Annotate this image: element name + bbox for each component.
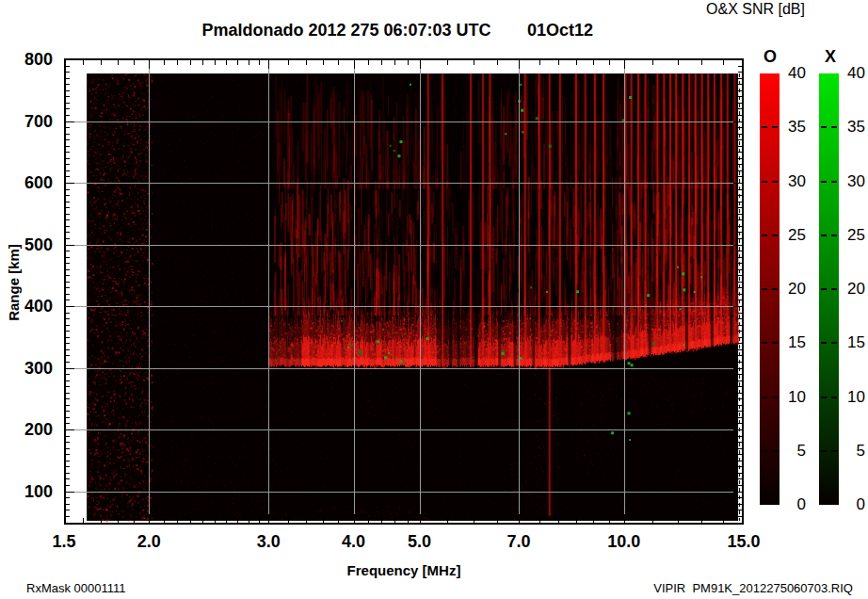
x-tick-label: 15.0	[727, 532, 760, 551]
colorbar-tick	[762, 126, 767, 128]
colorbar-tick	[831, 235, 837, 236]
ionogram-canvas	[64, 58, 744, 525]
colorbar-tick	[762, 181, 767, 183]
x-tick-label: 10.0	[607, 532, 640, 551]
y-axis-title: Range [km]	[6, 244, 22, 321]
colorbar-tick	[772, 450, 778, 452]
colorbar-tick-label: 15	[778, 335, 806, 350]
rxmask-footer: RxMask 00001111	[26, 581, 126, 595]
colorbar-tick-label: 40	[837, 66, 865, 81]
x-tick-label: 1.5	[52, 532, 75, 551]
colorbar-tick	[772, 397, 778, 398]
colorbar-tick-label: 20	[837, 282, 865, 297]
colorbar-tick-label: 5	[778, 444, 806, 459]
y-tick-label: 100	[8, 482, 53, 501]
x-tick-label: 7.0	[507, 532, 531, 551]
colorbar-tick	[821, 342, 827, 344]
x-tick-label: 5.0	[408, 532, 431, 551]
colorbar-tick	[831, 126, 837, 128]
colorbar-tick-label: 0	[778, 497, 806, 512]
colorbar-tick-label: 25	[778, 228, 806, 243]
y-tick-label: 300	[8, 359, 53, 378]
colorbar-tick	[831, 288, 837, 290]
colorbar-tick	[762, 288, 767, 290]
colorbar-tick	[762, 342, 767, 344]
x-colorbar-header: X	[825, 47, 836, 67]
file-footer: VIPIR PM91K_2012275060703.RIQ	[471, 581, 853, 595]
y-tick-label: 700	[8, 112, 53, 131]
colorbar-tick-label: 10	[837, 390, 865, 405]
page-title: Pmaldonado 2012 275 06:07:03 UTC 01Oct12	[0, 21, 868, 43]
y-tick-label: 600	[8, 173, 53, 192]
colorbar-title: O&X SNR [dB]	[673, 1, 838, 18]
colorbar-tick	[831, 342, 837, 344]
colorbar-tick	[821, 181, 827, 183]
colorbar-tick	[821, 126, 827, 128]
colorbar-tick	[762, 235, 767, 236]
colorbar-tick-label: 25	[837, 228, 865, 243]
colorbar-tick	[772, 342, 778, 344]
colorbar-tick	[821, 288, 827, 290]
page-title-text: Pmaldonado 2012 275 06:07:03 UTC	[201, 21, 490, 40]
colorbar-tick-label: 0	[837, 497, 865, 512]
x-axis-title: Frequency [MHz]	[347, 562, 461, 578]
colorbar-tick-label: 35	[778, 120, 806, 135]
colorbar-tick-label: 40	[778, 66, 806, 81]
colorbar-tick-label: 10	[778, 390, 806, 405]
colorbar-tick	[831, 450, 837, 452]
colorbar-tick	[772, 181, 778, 183]
colorbar-tick-label: 30	[778, 174, 806, 189]
y-tick-label: 800	[8, 50, 53, 69]
colorbar-tick-label: 15	[837, 335, 865, 350]
colorbar-tick-label: 20	[778, 282, 806, 297]
colorbar-tick	[772, 288, 778, 290]
y-tick-label: 200	[8, 420, 53, 439]
colorbar-tick	[831, 181, 837, 183]
x-tick-label: 3.0	[257, 532, 281, 551]
colorbar-tick	[772, 235, 778, 236]
colorbar-tick	[772, 126, 778, 128]
o-colorbar-header: O	[764, 47, 777, 67]
x-tick-label: 2.0	[137, 532, 161, 551]
colorbar-tick-label: 5	[837, 444, 865, 459]
colorbar-tick-label: 35	[837, 120, 865, 135]
page-title-date: 01Oct12	[527, 21, 593, 40]
colorbar-tick	[831, 397, 837, 398]
colorbar-tick	[821, 235, 827, 236]
colorbar-tick	[762, 450, 767, 452]
x-tick-label: 4.0	[342, 532, 365, 551]
colorbar-tick	[762, 397, 767, 398]
colorbar-tick-label: 30	[837, 174, 865, 189]
colorbar-tick	[821, 450, 827, 452]
colorbar-tick	[821, 397, 827, 398]
